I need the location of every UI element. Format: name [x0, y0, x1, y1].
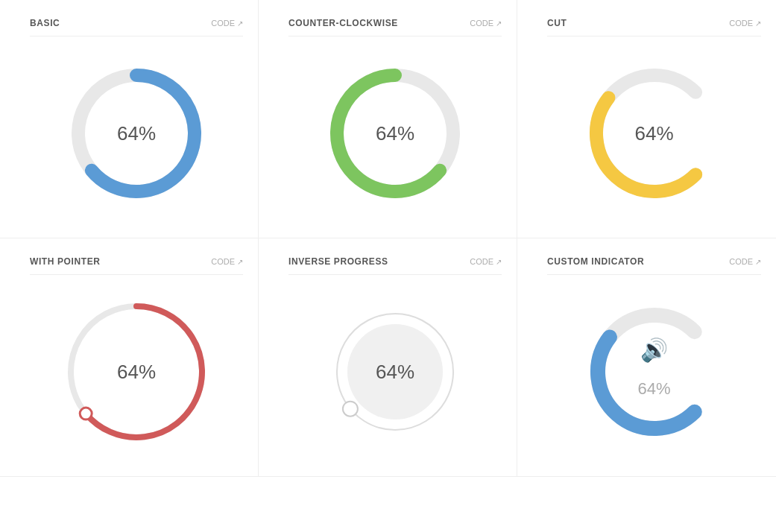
svg-point-0: [80, 408, 92, 419]
donut-label-cut: 64%: [634, 122, 673, 145]
main-grid: BASICCODE 64%COUNTER-CLOCKWISECODE 64%CU…: [0, 0, 776, 477]
code-link-cut[interactable]: CODE: [729, 19, 761, 28]
donut-svg: [580, 297, 729, 446]
donut-label-custom-indicator: 64%: [637, 379, 670, 399]
cell-title-with-pointer: WITH POINTER: [30, 256, 101, 267]
code-link-inverse-progress[interactable]: CODE: [470, 257, 502, 266]
code-link-custom-indicator[interactable]: CODE: [729, 257, 761, 266]
donut-wrapper-custom-indicator: 🔊64%: [580, 297, 729, 446]
svg-point-2: [343, 402, 358, 417]
cell-header-inverse-progress: INVERSE PROGRESSCODE: [288, 256, 502, 275]
cell-custom-indicator: CUSTOM INDICATORCODE 🔊64%: [517, 238, 776, 477]
code-link-with-pointer[interactable]: CODE: [211, 257, 243, 266]
chart-container-custom-indicator: 🔊64%: [547, 297, 761, 446]
donut-label-inverse-progress: 64%: [376, 361, 414, 384]
volume-icon: 🔊: [640, 337, 668, 363]
code-link-basic[interactable]: CODE: [211, 19, 243, 28]
donut-wrapper-basic: 64%: [62, 59, 211, 208]
cell-inverse-progress: INVERSE PROGRESSCODE 64%: [259, 238, 517, 477]
chart-container-with-pointer: 64%: [30, 297, 243, 446]
cell-header-custom-indicator: CUSTOM INDICATORCODE: [547, 256, 761, 275]
donut-wrapper-with-pointer: 64%: [62, 297, 211, 446]
cell-header-counter-clockwise: COUNTER-CLOCKWISECODE: [288, 18, 502, 37]
cell-title-counter-clockwise: COUNTER-CLOCKWISE: [288, 18, 398, 28]
donut-wrapper-inverse-progress: 64%: [321, 297, 470, 446]
chart-container-basic: 64%: [30, 59, 243, 208]
cell-header-basic: BASICCODE: [30, 18, 243, 37]
cell-title-cut: CUT: [547, 18, 567, 28]
cell-basic: BASICCODE 64%: [0, 0, 259, 238]
cell-header-with-pointer: WITH POINTERCODE: [30, 256, 243, 275]
chart-container-cut: 64%: [547, 59, 761, 208]
donut-wrapper-cut: 64%: [580, 59, 729, 208]
donut-label-counter-clockwise: 64%: [376, 122, 414, 145]
chart-container-counter-clockwise: 64%: [288, 59, 502, 208]
donut-label-with-pointer: 64%: [117, 361, 156, 384]
cell-title-basic: BASIC: [30, 18, 60, 28]
cell-cut: CUTCODE 64%: [517, 0, 776, 238]
cell-title-inverse-progress: INVERSE PROGRESS: [288, 256, 388, 267]
cell-header-cut: CUTCODE: [547, 18, 761, 37]
chart-container-inverse-progress: 64%: [288, 297, 502, 446]
cell-title-custom-indicator: CUSTOM INDICATOR: [547, 256, 644, 267]
code-link-counter-clockwise[interactable]: CODE: [470, 19, 502, 28]
donut-label-basic: 64%: [117, 122, 156, 145]
cell-with-pointer: WITH POINTERCODE 64%: [0, 238, 259, 477]
donut-wrapper-counter-clockwise: 64%: [321, 59, 470, 208]
cell-counter-clockwise: COUNTER-CLOCKWISECODE 64%: [259, 0, 517, 238]
